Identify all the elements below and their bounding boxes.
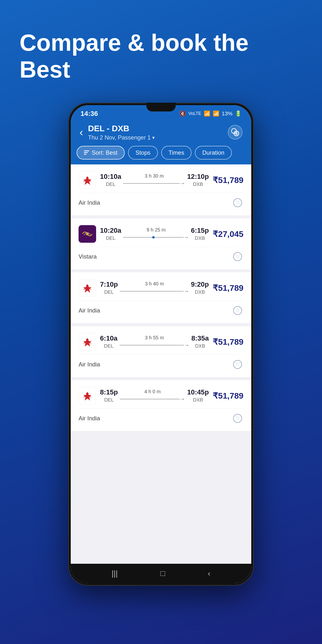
air-india-logo-icon: [80, 388, 95, 404]
airline-logo: [78, 279, 96, 297]
depart-time: 7:10p: [100, 280, 118, 288]
arrive-airport: DXB: [191, 343, 209, 349]
arrive-block: 8:35a DXB: [191, 334, 209, 349]
airline-logo: [78, 387, 96, 404]
svg-point-5: [86, 177, 88, 179]
depart-airport: DEL: [100, 182, 121, 187]
airline-name: Air India: [78, 361, 100, 368]
flight-card[interactable]: 10:20a DEL 9 h 25 m → 6:15p DXB ₹27,045 …: [71, 218, 251, 269]
header-info: DEL - DXB Thu 2 Nov, Passenger 1 ▾: [83, 124, 228, 141]
airline-name: Air India: [78, 307, 100, 314]
air-india-logo-icon: [80, 280, 95, 296]
airline-name: Air India: [78, 199, 100, 206]
duration-label: 3 h 30 m: [145, 173, 164, 179]
nav-menu-button[interactable]: |||: [112, 569, 118, 578]
depart-time: 10:10a: [100, 173, 121, 180]
arrow-icon: →: [180, 396, 185, 402]
arrive-airport: DXB: [187, 182, 209, 187]
heart-icon: ♡: [233, 252, 242, 261]
flight-times: 8:15p DEL 4 h 0 m → 10:45p DXB: [100, 388, 209, 403]
flight-track: →: [120, 288, 189, 294]
flight-track: →: [120, 396, 185, 402]
arrow-icon: →: [184, 234, 189, 240]
flight-main-row: 10:20a DEL 9 h 25 m → 6:15p DXB ₹27,045: [78, 225, 244, 243]
depart-time: 10:20a: [100, 226, 121, 234]
filter-stops-button[interactable]: Stops: [128, 146, 158, 160]
heart-icon: ♡: [233, 360, 242, 369]
battery-level: 13%: [222, 110, 232, 117]
nav-home-icon: □: [160, 569, 165, 578]
filter-bar: Sort: Best Stops Times Duration: [71, 146, 251, 164]
flight-track: →: [120, 342, 190, 348]
airline-logo: [78, 171, 96, 189]
flight-card[interactable]: 8:15p DEL 4 h 0 m → 10:45p DXB ₹51,789 A…: [71, 380, 251, 431]
hero-line1: Compare & book the: [20, 30, 248, 56]
airline-logo: [78, 333, 96, 350]
depart-airport: DEL: [100, 397, 118, 403]
arrow-icon: →: [180, 180, 185, 186]
arrive-block: 10:45p DXB: [187, 388, 209, 403]
wifi-icon: 📶: [204, 110, 210, 117]
app-header: ‹ DEL - DXB Thu 2 Nov, Passenger 1 ▾ $: [71, 120, 251, 146]
filter-times-button[interactable]: Times: [161, 146, 192, 160]
depart-block: 10:20a DEL: [100, 226, 121, 241]
nav-home-button[interactable]: □: [160, 569, 165, 578]
arrive-time: 9:20p: [191, 280, 209, 288]
favorite-button[interactable]: ♡: [232, 251, 244, 262]
hero-section: Compare & book the Best: [0, 0, 322, 98]
flight-price: ₹51,789: [213, 391, 244, 400]
flight-times: 10:20a DEL 9 h 25 m → 6:15p DXB: [100, 226, 209, 241]
arrive-block: 12:10p DXB: [187, 173, 209, 187]
flight-card[interactable]: 6:10a DEL 3 h 55 m → 8:35a DXB ₹51,789 A…: [71, 326, 251, 377]
mute-icon: 🔇: [179, 110, 186, 117]
depart-airport: DEL: [100, 236, 121, 241]
flight-price: ₹51,789: [213, 337, 244, 347]
filter-sort-label: Sort: Best: [92, 149, 117, 156]
back-button[interactable]: ‹: [80, 127, 83, 138]
depart-block: 7:10p DEL: [100, 280, 118, 295]
signal-icon: 📶: [213, 110, 219, 117]
airline-name: Vistara: [78, 253, 96, 260]
airline-name: Air India: [78, 415, 100, 422]
favorite-button[interactable]: ♡: [232, 197, 244, 208]
flight-list: 10:10a DEL 3 h 30 m → 12:10p DXB ₹51,789…: [71, 164, 251, 564]
svg-text:$: $: [236, 132, 237, 136]
flight-times: 7:10p DEL 3 h 40 m → 9:20p DXB: [100, 280, 209, 295]
route-title: DEL - DXB: [88, 124, 228, 133]
depart-time: 6:10a: [100, 334, 118, 342]
depart-block: 6:10a DEL: [100, 334, 118, 349]
bottom-navigation: ||| □ ‹: [71, 564, 251, 583]
flight-times: 6:10a DEL 3 h 55 m → 8:35a DXB: [100, 334, 209, 349]
flight-price: ₹51,789: [213, 175, 244, 185]
flight-main-row: 8:15p DEL 4 h 0 m → 10:45p DXB ₹51,789: [78, 387, 244, 404]
nav-back-button[interactable]: ‹: [208, 569, 210, 578]
favorite-button[interactable]: ♡: [232, 412, 244, 424]
filter-duration-label: Duration: [202, 149, 224, 156]
filter-sort-button[interactable]: Sort: Best: [76, 146, 125, 160]
favorite-button[interactable]: ♡: [232, 358, 244, 370]
favorite-button[interactable]: ♡: [232, 305, 244, 316]
flight-card[interactable]: 7:10p DEL 3 h 40 m → 9:20p DXB ₹51,789 A…: [71, 272, 251, 323]
dropdown-chevron-icon: ▾: [152, 135, 155, 140]
phone-notch: [146, 103, 176, 112]
svg-point-10: [86, 285, 88, 287]
filter-stops-label: Stops: [136, 149, 150, 156]
flight-bottom-row: Air India ♡: [78, 300, 244, 316]
flight-main-row: 10:10a DEL 3 h 30 m → 12:10p DXB ₹51,789: [78, 171, 244, 189]
depart-block: 10:10a DEL: [100, 173, 121, 187]
phone-shell: 14:36 🔇 VoLTE 📶 📶 13% 🔋 ‹ DEL - DXB Thu …: [68, 103, 254, 586]
flight-price: ₹27,045: [213, 229, 244, 239]
stop-dot: [152, 236, 155, 238]
coins-button[interactable]: $: [228, 125, 242, 140]
filter-duration-button[interactable]: Duration: [195, 146, 232, 160]
duration-block: 9 h 25 m →: [123, 227, 189, 240]
arrive-time: 8:35a: [191, 334, 209, 342]
status-icons: 🔇 VoLTE 📶 📶 13% 🔋: [179, 110, 242, 117]
filter-times-label: Times: [168, 149, 184, 156]
hero-line2: Best: [20, 56, 70, 82]
flight-times: 10:10a DEL 3 h 30 m → 12:10p DXB: [100, 173, 209, 187]
flight-main-row: 7:10p DEL 3 h 40 m → 9:20p DXB ₹51,789: [78, 279, 244, 297]
arrive-time: 12:10p: [187, 173, 209, 180]
svg-point-16: [86, 392, 88, 395]
flight-card[interactable]: 10:10a DEL 3 h 30 m → 12:10p DXB ₹51,789…: [71, 164, 251, 216]
